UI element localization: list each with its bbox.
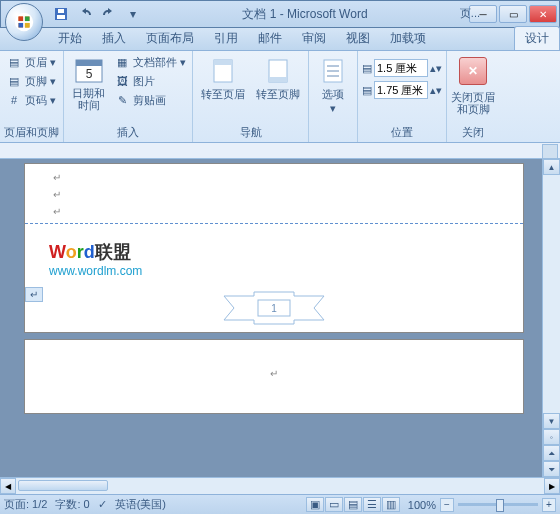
- tab-design[interactable]: 设计: [514, 26, 560, 50]
- zoom-control: 100% − +: [408, 498, 556, 512]
- goto-footer-icon: [262, 55, 294, 87]
- clipart-icon: ✎: [114, 92, 130, 108]
- spinner-icon[interactable]: ▴▾: [430, 84, 442, 97]
- next-page-icon[interactable]: ⏷: [543, 461, 560, 477]
- footer-bottom-input[interactable]: [374, 81, 428, 99]
- window-controls: ─ ▭ ✕: [467, 5, 557, 23]
- group-label: 关闭: [451, 124, 495, 142]
- qat-dropdown-icon[interactable]: ▾: [123, 4, 143, 24]
- document-area: ↵ ↵ ↵ Word联盟 www.wordlm.com ↵ 1 ↵ ▲ ▼: [0, 159, 560, 477]
- web-layout-view-icon[interactable]: ▤: [344, 497, 362, 512]
- group-label: 位置: [362, 124, 442, 142]
- status-language[interactable]: 英语(美国): [115, 497, 166, 512]
- footer-button[interactable]: ▤页脚▾: [4, 72, 58, 90]
- close-button[interactable]: ✕: [529, 5, 557, 23]
- close-header-footer-button[interactable]: ✕: [459, 57, 487, 85]
- scroll-track[interactable]: [543, 175, 560, 413]
- pagenum-button[interactable]: #页码▾: [4, 91, 58, 109]
- footer-from-bottom: ▤▴▾: [362, 81, 442, 99]
- tab-addins[interactable]: 加载项: [380, 27, 436, 50]
- goto-header-icon: [207, 55, 239, 87]
- tab-home[interactable]: 开始: [48, 27, 92, 50]
- save-icon[interactable]: [51, 4, 71, 24]
- status-page[interactable]: 页面: 1/2: [4, 497, 47, 512]
- proofing-icon[interactable]: ✓: [98, 498, 107, 511]
- header-top-input[interactable]: [374, 59, 428, 77]
- goto-header-button[interactable]: 转至页眉: [197, 53, 249, 104]
- close-icon: ✕: [468, 64, 478, 78]
- dropdown-icon: ▾: [50, 75, 56, 88]
- scroll-left-icon[interactable]: ◀: [0, 478, 16, 494]
- draft-view-icon[interactable]: ▥: [382, 497, 400, 512]
- footer-pagenum-text: 1: [271, 303, 277, 314]
- tab-mailings[interactable]: 邮件: [248, 27, 292, 50]
- quickparts-button[interactable]: ▦文档部件▾: [112, 53, 188, 71]
- dropdown-icon: ▾: [50, 56, 56, 69]
- tab-insert[interactable]: 插入: [92, 27, 136, 50]
- hscroll-track[interactable]: [16, 478, 544, 494]
- spinner-icon[interactable]: ▴▾: [430, 62, 442, 75]
- close-hf-label: 关闭页眉 和页脚: [451, 91, 495, 115]
- watermark: Word联盟 www.wordlm.com: [49, 240, 142, 278]
- footer-region-tab: ↵: [25, 287, 43, 302]
- header-button[interactable]: ▤页眉▾: [4, 53, 58, 71]
- page-scroll[interactable]: ↵ ↵ ↵ Word联盟 www.wordlm.com ↵ 1 ↵: [0, 159, 542, 477]
- top-margin-icon: ▤: [362, 62, 372, 75]
- ribbon-tabs: 开始 插入 页面布局 引用 邮件 审阅 视图 加载项 设计: [0, 28, 560, 51]
- datetime-button[interactable]: 5 日期和 时间: [68, 53, 109, 113]
- tab-pagelayout[interactable]: 页面布局: [136, 27, 204, 50]
- print-layout-view-icon[interactable]: ▣: [306, 497, 324, 512]
- zoom-out-button[interactable]: −: [440, 498, 454, 512]
- footer-pagenum-banner[interactable]: 1: [214, 290, 334, 326]
- window-title: 文档 1 - Microsoft Word: [143, 6, 467, 23]
- horizontal-scrollbar[interactable]: ◀ ▶: [0, 477, 560, 494]
- parts-icon: ▦: [114, 54, 130, 70]
- group-close: ✕ 关闭页眉 和页脚 关闭: [447, 51, 499, 142]
- paragraph-mark: ↵: [53, 172, 495, 183]
- redo-icon[interactable]: [99, 4, 119, 24]
- office-button[interactable]: [5, 3, 43, 41]
- scroll-up-icon[interactable]: ▲: [543, 159, 560, 175]
- pagenum-icon: #: [6, 92, 22, 108]
- group-label: 页眉和页脚: [4, 124, 59, 142]
- undo-icon[interactable]: [75, 4, 95, 24]
- view-buttons: ▣ ▭ ▤ ☰ ▥: [306, 497, 400, 512]
- paragraph-mark: ↵: [53, 189, 495, 200]
- zoom-level[interactable]: 100%: [408, 499, 436, 511]
- group-label: 导航: [197, 124, 304, 142]
- bottom-margin-icon: ▤: [362, 84, 372, 97]
- horizontal-ruler[interactable]: [0, 143, 560, 159]
- hscroll-thumb[interactable]: [18, 480, 108, 491]
- calendar-icon: 5: [73, 55, 105, 87]
- svg-rect-2: [57, 15, 65, 19]
- maximize-button[interactable]: ▭: [499, 5, 527, 23]
- picture-icon: 🖼: [114, 73, 130, 89]
- vertical-scrollbar[interactable]: ▲ ▼ ◦ ⏶ ⏷: [542, 159, 560, 477]
- clipart-button[interactable]: ✎剪贴画: [112, 91, 188, 109]
- group-label: [313, 139, 353, 142]
- tab-review[interactable]: 审阅: [292, 27, 336, 50]
- goto-footer-button[interactable]: 转至页脚: [252, 53, 304, 104]
- status-bar: 页面: 1/2 字数: 0 ✓ 英语(美国) ▣ ▭ ▤ ☰ ▥ 100% − …: [0, 494, 560, 514]
- scroll-right-icon[interactable]: ▶: [544, 478, 560, 494]
- prev-page-icon[interactable]: ⏶: [543, 445, 560, 461]
- options-icon: [317, 55, 349, 87]
- dropdown-icon: ▾: [180, 56, 186, 69]
- picture-button[interactable]: 🖼图片: [112, 72, 188, 90]
- browse-select-icon[interactable]: ◦: [543, 429, 560, 445]
- fullscreen-view-icon[interactable]: ▭: [325, 497, 343, 512]
- tab-view[interactable]: 视图: [336, 27, 380, 50]
- context-tab-label: 页...: [460, 6, 480, 21]
- svg-text:5: 5: [85, 67, 92, 81]
- scroll-down-icon[interactable]: ▼: [543, 413, 560, 429]
- header-from-top: ▤▴▾: [362, 59, 442, 77]
- zoom-slider[interactable]: [458, 503, 538, 506]
- tab-references[interactable]: 引用: [204, 27, 248, 50]
- status-words[interactable]: 字数: 0: [55, 497, 89, 512]
- group-header-footer: ▤页眉▾ ▤页脚▾ #页码▾ 页眉和页脚: [0, 51, 64, 142]
- options-button[interactable]: 选项▾: [313, 53, 353, 117]
- page-2[interactable]: ↵: [24, 339, 524, 414]
- outline-view-icon[interactable]: ☰: [363, 497, 381, 512]
- page-1[interactable]: ↵ ↵ ↵ Word联盟 www.wordlm.com ↵ 1: [24, 163, 524, 333]
- zoom-in-button[interactable]: +: [542, 498, 556, 512]
